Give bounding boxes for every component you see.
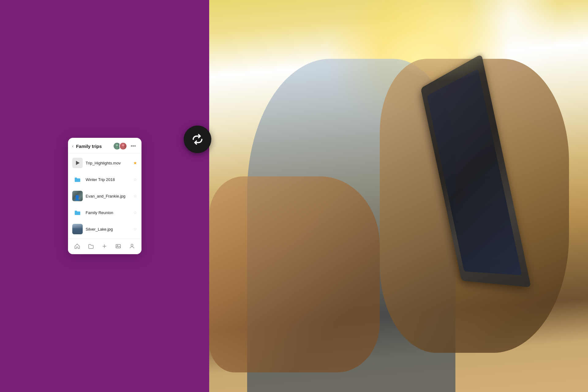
svg-point-8	[131, 244, 133, 246]
svg-point-0	[116, 144, 118, 146]
video-file-icon	[72, 158, 83, 168]
nav-add-icon[interactable]	[100, 242, 109, 251]
star-filled-icon[interactable]: ★	[133, 160, 137, 165]
card-header: ‹ Family trips	[68, 138, 141, 153]
star-empty-icon[interactable]: ☆	[133, 227, 137, 232]
left-panel: ‹ Family trips	[0, 0, 209, 392]
arm-left	[209, 176, 380, 372]
avatar-group	[113, 142, 127, 150]
person-nav-svg	[129, 243, 135, 249]
header-title: Family trips	[76, 144, 113, 149]
list-item[interactable]: Silver_Lake.jpg ☆	[68, 221, 141, 237]
nav-photo-icon[interactable]	[114, 242, 123, 251]
folder-icon	[72, 174, 83, 185]
file-name: Evan_and_Frankie.jpg	[86, 194, 133, 198]
sync-icon	[191, 133, 204, 146]
sync-button[interactable]	[184, 126, 211, 153]
star-empty-icon[interactable]: ☆	[133, 177, 137, 182]
nav-person-icon[interactable]	[128, 242, 136, 251]
folder-icon	[72, 207, 83, 218]
list-item[interactable]: Trip_Highlights.mov ★	[68, 155, 141, 171]
list-item[interactable]: Winter Trip 2018 ☆	[68, 171, 141, 188]
play-triangle-icon	[76, 161, 80, 165]
bottom-nav	[68, 239, 141, 254]
add-nav-svg	[101, 243, 107, 249]
file-name: Silver_Lake.jpg	[86, 227, 133, 232]
mobile-card: ‹ Family trips	[68, 138, 141, 254]
home-svg	[74, 243, 80, 249]
photo-thumbnail-lake	[72, 224, 83, 234]
folder-nav-svg	[88, 243, 94, 249]
file-list: Trip_Highlights.mov ★ Winter Trip 2018 ☆…	[68, 153, 141, 239]
list-item[interactable]: Evan_and_Frankie.jpg ☆	[68, 188, 141, 204]
back-chevron-icon: ‹	[72, 144, 74, 149]
star-empty-icon[interactable]: ☆	[133, 194, 137, 198]
photo-nav-svg	[115, 243, 121, 249]
avatar-female	[119, 142, 127, 150]
list-item[interactable]: Family Reunion ☆	[68, 204, 141, 221]
file-name: Trip_Highlights.mov	[86, 161, 133, 165]
folder-svg-icon	[74, 210, 81, 215]
right-panel	[209, 0, 588, 392]
file-name: Winter Trip 2018	[86, 177, 133, 182]
svg-point-1	[115, 147, 119, 149]
file-name: Family Reunion	[86, 210, 133, 215]
star-empty-icon[interactable]: ☆	[133, 210, 137, 215]
nav-folder-icon[interactable]	[87, 242, 95, 251]
nav-home-icon[interactable]	[73, 242, 81, 251]
folder-svg-icon	[74, 177, 81, 182]
svg-point-2	[122, 144, 124, 146]
more-button[interactable]: •••	[130, 143, 137, 149]
back-button[interactable]: ‹	[72, 144, 74, 149]
photo-thumbnail-evan	[72, 191, 83, 201]
avatar-female-image	[120, 143, 126, 149]
svg-point-3	[121, 147, 125, 149]
